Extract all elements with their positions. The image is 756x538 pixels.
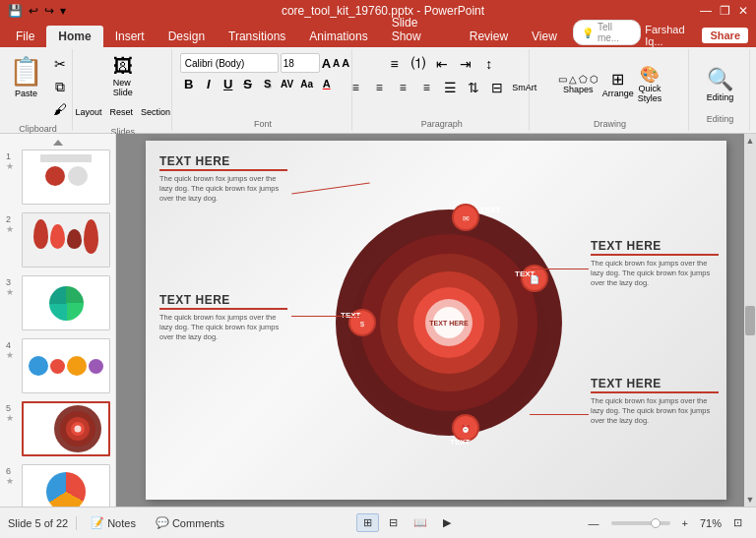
slide-thumb-6[interactable] (22, 464, 110, 507)
slide-item-4[interactable]: 4 ★ (4, 336, 111, 395)
reset-button[interactable]: Reset (107, 101, 137, 123)
font-size-input[interactable] (281, 53, 320, 73)
paragraph-group-label: Paragraph (421, 119, 463, 129)
slide-item-3[interactable]: 3 ★ (4, 273, 111, 332)
body-top-right: The quick brown fox jumps over the lazy … (591, 259, 719, 287)
heading-bot-right: TEXT HERE (591, 377, 719, 393)
comments-button[interactable]: 💬 Comments (150, 514, 230, 531)
drawing-group-label: Drawing (594, 119, 626, 129)
italic-button[interactable]: I (200, 75, 218, 92)
slide-thumb-2[interactable] (22, 212, 110, 268)
numbering-button[interactable]: ⑴ (408, 53, 429, 75)
slide-star-2: ★ (6, 224, 18, 234)
slides-panel-container: 1 ★ 2 ★ (0, 134, 116, 507)
zoom-thumb[interactable] (651, 518, 661, 528)
justify-button[interactable]: ≡ (415, 77, 437, 98)
line-spacing-button[interactable]: ↕ (478, 53, 500, 75)
char-spacing-button[interactable]: AV (279, 75, 296, 92)
dec-indent-button[interactable]: ⇤ (431, 53, 453, 75)
save-icon[interactable]: 💾 (6, 3, 25, 19)
font-grow-button[interactable]: A (322, 54, 331, 72)
slide-item-5[interactable]: 5 ★ (4, 399, 111, 458)
bold-button[interactable]: B (180, 75, 198, 92)
slide-item-1[interactable]: 1 ★ (4, 148, 111, 207)
slide-item-2[interactable]: 2 ★ (4, 210, 111, 269)
shapes-grid: ▭△ ⬠⬡ (558, 74, 598, 85)
slide-thumb-4[interactable] (22, 338, 110, 393)
view-reading-button[interactable]: 📖 (408, 514, 433, 531)
slide-thumb-5[interactable] (22, 401, 110, 456)
svg-point-4 (75, 426, 82, 433)
tab-review[interactable]: Review (458, 26, 520, 47)
tab-design[interactable]: Design (157, 26, 217, 47)
canvas-scroll-down[interactable]: ▼ (744, 495, 756, 507)
slide-thumb-3[interactable] (22, 275, 110, 330)
slide-item-6[interactable]: 6 ★ (4, 462, 111, 507)
undo-icon[interactable]: ↩ (27, 3, 40, 19)
paste-button[interactable]: 📋 Paste (5, 53, 47, 100)
zoom-slider[interactable] (611, 521, 670, 525)
font-name-input[interactable] (180, 53, 279, 73)
align-center-button[interactable]: ≡ (368, 77, 390, 98)
notes-button[interactable]: 📝 Notes (85, 514, 142, 531)
redo-icon[interactable]: ↪ (42, 3, 56, 19)
font-shrink-button[interactable]: A (333, 54, 340, 72)
tell-me-input[interactable]: 💡 Tell me... (573, 20, 641, 45)
section-button[interactable]: Section (138, 101, 173, 123)
canvas-scrollbar[interactable]: ▲ ▼ (744, 134, 756, 507)
slide-number-5: 5 (6, 403, 18, 413)
editing-button[interactable]: 🔍 Editing (699, 57, 742, 112)
strikethrough-button[interactable]: S (239, 75, 257, 92)
cut-button[interactable]: ✂ (49, 53, 71, 75)
copy-button[interactable]: ⧉ (49, 76, 71, 97)
slide-thumb-1[interactable] (22, 149, 110, 205)
quick-access-toolbar[interactable]: 💾 ↩ ↪ ▾ (6, 3, 68, 19)
canvas-scroll-up[interactable]: ▲ (744, 134, 756, 146)
align-text-button[interactable]: ⊟ (486, 77, 508, 98)
tab-transitions[interactable]: Transitions (217, 26, 297, 47)
view-slideshow-button[interactable]: ▶ (437, 514, 457, 531)
new-slide-label: NewSlide (113, 78, 133, 97)
window-controls[interactable]: — ❐ ✕ (698, 3, 750, 19)
share-button[interactable]: Share (702, 28, 748, 43)
new-slide-button[interactable]: 🖼 NewSlide (111, 53, 135, 99)
connector-mid-left (291, 316, 360, 317)
shadow-button[interactable]: S (259, 75, 277, 92)
slides-scroll-up[interactable] (53, 140, 63, 146)
quick-styles-button[interactable]: 🎨 QuickStyles (638, 65, 662, 103)
tab-file[interactable]: File (4, 26, 46, 47)
arrange-button[interactable]: ⊞ Arrange (602, 70, 634, 98)
body-bot-right: The quick brown fox jumps over the lazy … (591, 396, 719, 425)
underline-button[interactable]: U (220, 75, 237, 92)
tab-slideshow[interactable]: Slide Show (380, 12, 458, 47)
columns-button[interactable]: ☰ (439, 77, 461, 98)
fit-to-window-button[interactable]: ⊡ (727, 514, 748, 531)
notes-label: Notes (107, 517, 136, 529)
view-normal-button[interactable]: ⊞ (356, 513, 379, 532)
bullets-button[interactable]: ≡ (384, 53, 406, 75)
shapes-button[interactable]: ▭△ ⬠⬡ Shapes (558, 74, 598, 94)
drawing-group: ▭△ ⬠⬡ Shapes ⊞ Arrange 🎨 QuickStyles Dra… (532, 49, 689, 131)
layout-button[interactable]: Layout (73, 101, 105, 123)
zoom-in-button[interactable]: + (676, 515, 694, 531)
tab-view[interactable]: View (520, 26, 569, 47)
clear-format-button[interactable]: A (342, 54, 349, 72)
align-left-button[interactable]: ≡ (345, 77, 366, 98)
restore-button[interactable]: ❐ (718, 3, 732, 19)
svg-text:TEXT: TEXT (480, 206, 501, 214)
format-painter-button[interactable]: 🖌 (49, 98, 71, 120)
align-right-button[interactable]: ≡ (392, 77, 413, 98)
qat-dropdown-icon[interactable]: ▾ (58, 3, 68, 19)
font-color-button[interactable]: A (318, 75, 336, 92)
zoom-out-button[interactable]: — (583, 515, 605, 531)
close-button[interactable]: ✕ (736, 3, 750, 19)
tab-home[interactable]: Home (46, 26, 102, 47)
view-slide-sorter-button[interactable]: ⊟ (383, 514, 404, 531)
tab-insert[interactable]: Insert (103, 26, 157, 47)
text-direction-button[interactable]: ⇅ (463, 77, 484, 98)
change-case-button[interactable]: Aa (298, 75, 316, 92)
inc-indent-button[interactable]: ⇥ (455, 53, 476, 75)
minimize-button[interactable]: — (698, 3, 714, 19)
canvas-scroll-thumb[interactable] (745, 306, 755, 335)
tab-animations[interactable]: Animations (297, 26, 379, 47)
